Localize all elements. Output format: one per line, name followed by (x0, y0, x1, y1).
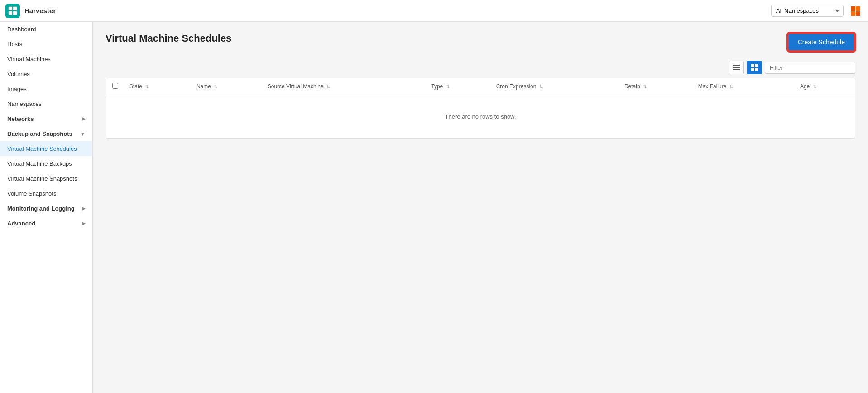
table-header: State ⇅ Name ⇅ Source Virtual Machine ⇅ (106, 78, 855, 95)
col-retain-label: Retain (624, 83, 640, 90)
svg-rect-9 (733, 67, 740, 68)
sidebar-label-vm-backups: Virtual Machine Backups (7, 160, 72, 167)
sidebar-label-dashboard: Dashboard (7, 26, 36, 33)
sidebar-label-volumes: Volumes (7, 71, 30, 77)
svg-rect-12 (755, 64, 758, 67)
sidebar-item-vm-backups[interactable]: Virtual Machine Backups (0, 156, 92, 171)
sidebar-label-advanced: Advanced (7, 220, 35, 227)
monitoring-chevron: ▶ (82, 206, 85, 211)
list-view-button[interactable] (729, 61, 744, 74)
col-source-vm-sort: ⇅ (326, 84, 330, 89)
notification-icon[interactable] (848, 4, 863, 18)
svg-rect-6 (851, 11, 855, 16)
layout: Dashboard Hosts Virtual Machines Volumes… (0, 22, 868, 393)
svg-rect-7 (856, 11, 860, 16)
empty-state-message: There are no rows to show. (106, 95, 855, 139)
grid-view-button[interactable] (747, 61, 762, 74)
sidebar-label-backup: Backup and Snapshots (7, 130, 72, 137)
svg-rect-8 (733, 65, 740, 66)
sidebar-item-volumes[interactable]: Volumes (0, 67, 92, 81)
col-source-vm-label: Source Virtual Machine (268, 83, 324, 90)
col-cron-label: Cron Expression (496, 83, 537, 90)
sidebar-item-virtual-machines[interactable]: Virtual Machines (0, 52, 92, 67)
list-icon (733, 65, 740, 70)
data-table: State ⇅ Name ⇅ Source Virtual Machine ⇅ (106, 78, 855, 138)
grid-icon (751, 64, 758, 71)
col-source-vm[interactable]: Source Virtual Machine ⇅ (262, 78, 426, 95)
col-cron[interactable]: Cron Expression ⇅ (491, 78, 619, 95)
col-name[interactable]: Name ⇅ (191, 78, 262, 95)
page-title: Virtual Machine Schedules (106, 33, 231, 44)
sidebar-label-images: Images (7, 86, 27, 92)
col-age-sort: ⇅ (813, 84, 816, 89)
create-schedule-button[interactable]: Create Schedule (787, 33, 855, 52)
sidebar-label-vol-snapshots: Volume Snapshots (7, 190, 56, 197)
col-name-sort: ⇅ (214, 84, 217, 89)
sidebar-item-volume-snapshots[interactable]: Volume Snapshots (0, 186, 92, 201)
col-retain-sort: ⇅ (643, 84, 647, 89)
col-cron-sort: ⇅ (539, 84, 543, 89)
sidebar-label-hosts: Hosts (7, 41, 22, 48)
col-type-label: Type (431, 83, 443, 90)
sidebar-label-namespaces: Namespaces (7, 101, 42, 107)
svg-rect-0 (9, 6, 12, 10)
sidebar-item-dashboard[interactable]: Dashboard (0, 22, 92, 37)
namespace-select[interactable]: All Namespaces default kube-system (771, 5, 844, 17)
col-name-label: Name (197, 83, 211, 90)
svg-rect-14 (755, 68, 758, 71)
svg-rect-4 (851, 6, 855, 11)
col-type[interactable]: Type ⇅ (426, 78, 490, 95)
select-all-checkbox[interactable] (112, 83, 118, 89)
sidebar: Dashboard Hosts Virtual Machines Volumes… (0, 22, 93, 393)
table-container: State ⇅ Name ⇅ Source Virtual Machine ⇅ (106, 78, 855, 139)
svg-rect-2 (9, 11, 12, 14)
col-age-label: Age (800, 83, 810, 90)
table-toolbar (106, 61, 855, 74)
topbar-left: Harvester (5, 4, 56, 18)
empty-state-row: There are no rows to show. (106, 95, 855, 139)
col-state-sort: ⇅ (145, 84, 149, 89)
sidebar-label-vm-schedules: Virtual Machine Schedules (7, 145, 77, 152)
svg-rect-10 (733, 69, 740, 70)
col-state[interactable]: State ⇅ (124, 78, 191, 95)
col-state-label: State (129, 83, 142, 90)
app-title: Harvester (24, 7, 56, 14)
col-age[interactable]: Age ⇅ (795, 78, 855, 95)
app-logo (5, 4, 20, 18)
sidebar-item-hosts[interactable]: Hosts (0, 37, 92, 52)
col-max-failure-sort: ⇅ (729, 84, 733, 89)
svg-rect-1 (13, 6, 17, 10)
col-retain[interactable]: Retain ⇅ (619, 78, 693, 95)
advanced-chevron: ▶ (82, 220, 85, 226)
sidebar-item-namespaces[interactable]: Namespaces (0, 96, 92, 111)
svg-rect-5 (856, 6, 860, 11)
sidebar-item-images[interactable]: Images (0, 81, 92, 96)
page-header: Virtual Machine Schedules Create Schedul… (106, 33, 855, 52)
table-body: There are no rows to show. (106, 95, 855, 139)
table-header-row: State ⇅ Name ⇅ Source Virtual Machine ⇅ (106, 78, 855, 95)
svg-rect-3 (13, 11, 17, 14)
logo-svg (8, 6, 18, 16)
svg-rect-11 (751, 64, 754, 67)
sidebar-item-backup-snapshots[interactable]: Backup and Snapshots ▼ (0, 126, 92, 141)
backup-chevron: ▼ (80, 131, 85, 137)
filter-input[interactable] (765, 62, 855, 74)
networks-chevron: ▶ (82, 116, 85, 122)
notif-svg (849, 5, 862, 17)
col-max-failure[interactable]: Max Failure ⇅ (693, 78, 795, 95)
svg-rect-13 (751, 68, 754, 71)
main-content: Virtual Machine Schedules Create Schedul… (93, 22, 868, 393)
sidebar-item-advanced[interactable]: Advanced ▶ (0, 216, 92, 231)
sidebar-label-vm-snapshots: Virtual Machine Snapshots (7, 175, 77, 182)
sidebar-item-vm-schedules[interactable]: Virtual Machine Schedules (0, 141, 92, 156)
sidebar-item-networks[interactable]: Networks ▶ (0, 111, 92, 126)
topbar-right: All Namespaces default kube-system (771, 4, 863, 18)
col-type-sort: ⇅ (446, 84, 450, 89)
sidebar-item-vm-snapshots[interactable]: Virtual Machine Snapshots (0, 171, 92, 186)
topbar: Harvester All Namespaces default kube-sy… (0, 0, 868, 22)
sidebar-item-monitoring[interactable]: Monitoring and Logging ▶ (0, 201, 92, 216)
col-max-failure-label: Max Failure (698, 83, 727, 90)
sidebar-label-vm: Virtual Machines (7, 56, 51, 62)
sidebar-label-networks: Networks (7, 115, 34, 122)
select-all-header[interactable] (106, 78, 124, 95)
